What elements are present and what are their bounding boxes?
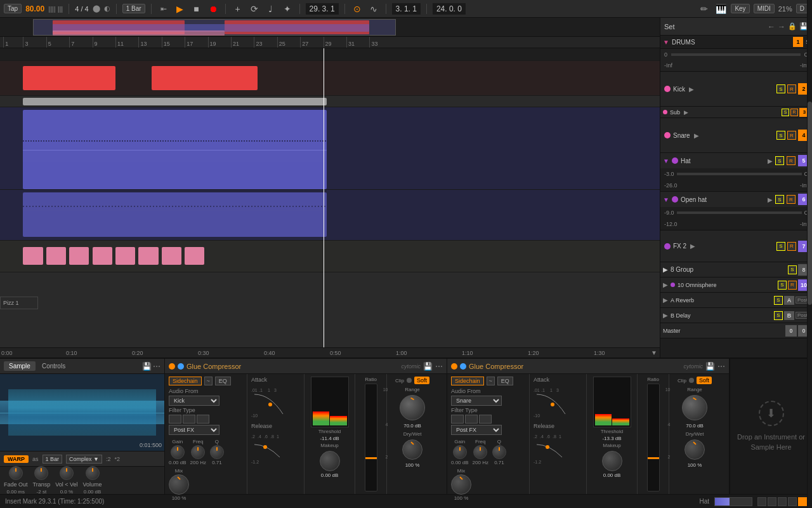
delay-label-area[interactable]: ▶ B Delay — [660, 308, 774, 323]
reverb-label-area[interactable]: ▶ A Reverb — [660, 293, 774, 307]
clip-kick-1[interactable] — [23, 66, 115, 90]
position2-display[interactable]: 3. 1. 1 — [392, 3, 421, 15]
glue2-filter-btn3[interactable] — [479, 415, 492, 424]
hat-vol-bar[interactable] — [677, 173, 802, 175]
glue1-clip-soft[interactable]: Soft — [414, 377, 429, 384]
glue1-eq-btn[interactable]: EQ — [215, 377, 231, 385]
fx2-r-btn[interactable]: R — [787, 242, 796, 251]
openhat-r-btn[interactable]: R — [787, 195, 796, 204]
pencil-button[interactable]: ✏ — [698, 3, 710, 15]
omni-expand-icon[interactable]: ▶ — [663, 281, 668, 288]
stop-button[interactable]: ■ — [190, 3, 203, 15]
glue1-power-led[interactable] — [169, 363, 175, 370]
glue2-save-icon[interactable]: 💾 — [705, 362, 715, 371]
v-scrollbar[interactable] — [807, 18, 812, 358]
status-btn2[interactable] — [768, 497, 776, 506]
glue1-range-knob[interactable] — [400, 395, 425, 420]
master-label-area[interactable]: Master — [660, 323, 785, 338]
glue2-sidechain-btn[interactable]: Sidechain — [451, 377, 484, 385]
glue2-range-knob[interactable] — [682, 395, 707, 420]
sub-label-area[interactable]: Sub ▶ — [660, 107, 782, 117]
group8-s-btn[interactable]: S — [788, 265, 797, 274]
save-icon-sample[interactable]: 💾 — [142, 362, 152, 371]
glue2-mix-knob[interactable] — [451, 474, 471, 495]
snare-r-btn[interactable]: R — [787, 131, 796, 140]
clip-openhat[interactable] — [23, 192, 326, 237]
scroll-down-icon[interactable]: ▼ — [651, 349, 657, 356]
midi-label[interactable]: MIDI — [754, 4, 775, 13]
fx2-play-icon[interactable]: ▶ — [690, 243, 695, 250]
tab-sample[interactable]: Sample — [4, 361, 36, 371]
arrow-right-icon[interactable]: → — [778, 22, 785, 31]
glue2-drywet-knob[interactable] — [684, 439, 705, 460]
sample-waveform[interactable]: 0:01:500 — [0, 374, 164, 451]
kick-r-btn[interactable]: R — [787, 84, 796, 93]
punch-button[interactable]: ⊙ — [351, 3, 363, 15]
omni-s-btn[interactable]: S — [778, 281, 787, 290]
fade-out-knob[interactable] — [9, 466, 23, 480]
overview-bar[interactable] — [0, 18, 660, 37]
openhat-s-btn[interactable]: S — [775, 195, 784, 204]
glue2-q-knob[interactable] — [492, 445, 506, 459]
glue2-ratio-slider[interactable]: 2 4 10 — [647, 384, 660, 491]
play-button[interactable]: ▶ — [174, 3, 187, 15]
clip-pink-4[interactable] — [93, 247, 112, 265]
position-display[interactable]: 29. 3. 1 — [306, 3, 339, 15]
dots-icon-sample[interactable]: ⋯ — [153, 362, 160, 371]
glue1-filter-btn1[interactable] — [169, 415, 181, 424]
drums-vol-bar[interactable] — [671, 53, 800, 56]
bpm-display[interactable]: 80.00 — [25, 4, 44, 13]
hat-s-btn[interactable]: S — [775, 156, 784, 165]
status-btn5[interactable] — [798, 497, 807, 506]
glue2-filter-btn2[interactable] — [465, 415, 478, 424]
bar-label[interactable]: 1 Bar — [43, 455, 63, 464]
fx2-s-btn[interactable]: S — [776, 242, 785, 251]
key-label[interactable]: Key — [731, 4, 749, 13]
v-scroll-thumb[interactable] — [808, 102, 812, 305]
clip-kick-2[interactable] — [152, 66, 257, 90]
wave-button[interactable]: ∿ — [367, 3, 380, 15]
glue2-freq-knob[interactable] — [473, 445, 487, 459]
clip-pink-3[interactable] — [69, 247, 89, 265]
arrow-left-icon[interactable]: ← — [768, 22, 775, 31]
snare-s-btn[interactable]: S — [776, 131, 785, 140]
openhat-play-icon[interactable]: ▶ — [768, 196, 773, 203]
clip-pink-2[interactable] — [46, 247, 66, 265]
omni-r-btn[interactable]: R — [788, 281, 797, 290]
clip-hat-main[interactable] — [23, 110, 326, 189]
sub-s-btn[interactable]: S — [782, 109, 789, 116]
glue2-post-fx-select[interactable]: Post FX — [451, 425, 502, 435]
warp-button[interactable]: WARP — [4, 455, 29, 463]
clip-sub[interactable] — [23, 98, 326, 105]
glue2-eq-icon[interactable]: ~ — [487, 377, 495, 385]
reverb-s-btn[interactable]: S — [774, 296, 783, 305]
glue1-dots-icon[interactable]: ⋯ — [435, 362, 443, 371]
glue1-ratio-slider[interactable]: 2 4 10 — [365, 384, 377, 491]
hat-play-icon[interactable]: ▶ — [768, 157, 773, 164]
tap-button[interactable]: Tap — [4, 4, 22, 13]
glue1-freq-knob[interactable] — [191, 445, 205, 459]
delay-expand-icon[interactable]: ▶ — [663, 312, 668, 319]
glue2-clip-led[interactable] — [689, 378, 694, 383]
kick-label-area[interactable]: Kick ▶ — [660, 72, 776, 106]
volume-knob[interactable] — [86, 466, 100, 480]
loop-end-display[interactable]: 24. 0. 0 — [433, 3, 466, 15]
add-button[interactable]: + — [232, 3, 244, 15]
kick-play-icon[interactable]: ▶ — [689, 86, 694, 93]
fx2-label-area[interactable]: FX 2 ▶ — [660, 231, 776, 262]
glue1-clip-led[interactable] — [407, 378, 412, 383]
glue2-dots-icon[interactable]: ⋯ — [717, 362, 725, 371]
snare-label-area[interactable]: Snare ▶ — [660, 118, 776, 152]
lock-icon[interactable]: 🔒 — [788, 22, 797, 30]
clip-pink-5[interactable] — [115, 247, 135, 265]
glue2-clip-soft[interactable]: Soft — [697, 377, 712, 384]
glue1-q-knob[interactable] — [210, 445, 224, 459]
snare-play-icon[interactable]: ▶ — [694, 132, 699, 139]
status-btn3[interactable] — [778, 497, 787, 506]
glue2-makeup-knob[interactable] — [602, 451, 622, 471]
reverb-expand-icon[interactable]: ▶ — [663, 297, 668, 304]
sub-r-btn[interactable]: R — [790, 109, 798, 116]
glue1-post-fx-select[interactable]: Post FX — [169, 425, 219, 435]
record-button[interactable]: ⏺ — [207, 3, 219, 15]
delay-s-btn[interactable]: S — [774, 311, 783, 320]
